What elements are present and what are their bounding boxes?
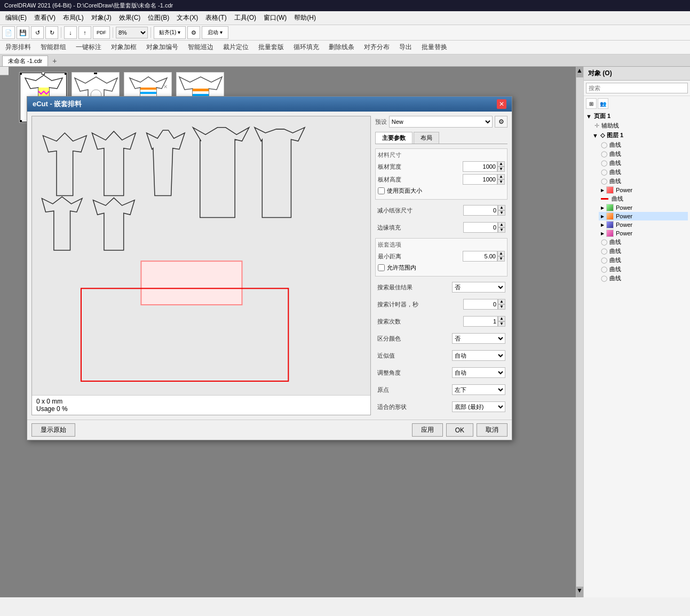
panel-icon-1[interactable]: ⊞ xyxy=(586,98,597,109)
menu-object[interactable]: 对象(J) xyxy=(88,12,115,23)
redo-btn[interactable]: ↻ xyxy=(45,26,58,39)
power-item-2[interactable]: ▶ Power xyxy=(599,203,688,212)
tab-layout[interactable]: 布局 xyxy=(414,132,439,144)
apply-btn[interactable]: 应用 xyxy=(412,423,443,437)
startup-btn[interactable]: 启动 ▾ xyxy=(202,26,228,39)
allow-inside-label[interactable]: 允许范围内 xyxy=(387,264,416,272)
margin-down[interactable]: ▼ xyxy=(498,227,505,233)
plugin-mark[interactable]: 一键标注 xyxy=(74,42,104,52)
curve-item-6[interactable]: ◯ 曲线 xyxy=(599,238,688,247)
min-dist-input[interactable] xyxy=(463,251,497,262)
ok-btn[interactable]: OK xyxy=(446,423,473,437)
board-height-up[interactable]: ▲ xyxy=(497,174,505,179)
curve-item-8[interactable]: ◯ 曲线 xyxy=(599,256,688,265)
ecut-dialog[interactable]: eCut - 嵌套排料 ✕ xyxy=(27,96,512,440)
plugin-irregular[interactable]: 异形排料 xyxy=(3,42,33,52)
plugin-smart-group[interactable]: 智能群组 xyxy=(38,42,68,52)
menu-table[interactable]: 表格(T) xyxy=(202,12,229,23)
curve-item-10[interactable]: ◯ 曲线 xyxy=(599,274,688,283)
search-timer-input[interactable] xyxy=(463,299,498,310)
approx-select[interactable]: 自动 xyxy=(452,350,505,361)
preset-gear-btn[interactable]: ⚙ xyxy=(495,116,507,128)
new-btn[interactable]: 📄 xyxy=(2,26,15,39)
menu-window[interactable]: 窗口(W) xyxy=(260,12,290,23)
dialog-close-btn[interactable]: ✕ xyxy=(497,99,506,109)
guide-item[interactable]: ✛ 辅助线 xyxy=(592,121,688,130)
save-btn[interactable]: 💾 xyxy=(17,26,29,39)
plugin-replace[interactable]: 批量替换 xyxy=(419,42,449,52)
menu-text[interactable]: 文本(X) xyxy=(173,12,201,23)
board-height-input[interactable] xyxy=(463,174,497,185)
plugin-frame[interactable]: 对象加框 xyxy=(109,42,139,52)
search-best-select[interactable]: 否 是 xyxy=(452,282,505,293)
search-count-down[interactable]: ▼ xyxy=(498,321,505,327)
pdf-btn[interactable]: PDF xyxy=(93,26,110,39)
zoom-select[interactable]: 8% xyxy=(116,27,148,38)
curve-item-5[interactable]: ◯ 曲线 xyxy=(599,177,688,186)
plugin-delete-lines[interactable]: 删除线条 xyxy=(327,42,356,52)
plugin-fill[interactable]: 循环填充 xyxy=(291,42,321,52)
settings-btn[interactable]: ⚙ xyxy=(187,26,200,39)
board-width-input[interactable] xyxy=(463,161,497,172)
menu-view[interactable]: 查看(V) xyxy=(31,12,59,23)
export-btn[interactable]: ↑ xyxy=(78,26,91,39)
plugin-numbering[interactable]: 对象加编号 xyxy=(144,42,180,52)
board-width-down[interactable]: ▼ xyxy=(497,167,505,172)
dialog-title-bar[interactable]: eCut - 嵌套排料 ✕ xyxy=(27,97,512,112)
vertical-scrollbar[interactable]: ▲ ▼ xyxy=(576,67,583,597)
menu-effects[interactable]: 效果(C) xyxy=(116,12,144,23)
power-item-1[interactable]: ▶ Power xyxy=(599,186,688,194)
fit-shape-select[interactable]: 底部 (最好) xyxy=(452,401,505,412)
layer1-title[interactable]: ▼ ◇ 图层 1 xyxy=(592,130,688,140)
menu-layout[interactable]: 布局(L) xyxy=(60,12,87,23)
tab-main-params[interactable]: 主要参数 xyxy=(375,132,413,144)
min-dist-down[interactable]: ▼ xyxy=(497,256,505,262)
scroll-up[interactable]: ▲ xyxy=(576,67,583,77)
document-tab[interactable]: 未命名 -1.cdr xyxy=(2,56,48,66)
cancel-btn[interactable]: 取消 xyxy=(477,423,507,437)
board-width-up[interactable]: ▲ xyxy=(497,161,505,167)
margin-input[interactable] xyxy=(463,222,498,233)
curve-item-4[interactable]: ◯ 曲线 xyxy=(599,168,688,177)
search-count-up[interactable]: ▲ xyxy=(498,316,505,321)
board-height-down[interactable]: ▼ xyxy=(497,179,505,185)
margin-up[interactable]: ▲ xyxy=(498,222,505,227)
menu-edit[interactable]: 编辑(E) xyxy=(2,12,30,23)
reduce-size-down[interactable]: ▼ xyxy=(498,210,505,216)
import-btn[interactable]: ↓ xyxy=(64,26,77,39)
curve-red[interactable]: 曲线 xyxy=(599,194,688,203)
plugin-position[interactable]: 裁片定位 xyxy=(221,42,251,52)
menu-bitmap[interactable]: 位图(B) xyxy=(145,12,172,23)
page1-title[interactable]: ▼ 页面 1 xyxy=(586,111,688,121)
scroll-down[interactable]: ▼ xyxy=(576,587,583,597)
plugin-align[interactable]: 对齐分布 xyxy=(362,42,392,52)
menu-help[interactable]: 帮助(H) xyxy=(291,12,319,23)
plugin-export[interactable]: 导出 xyxy=(397,42,414,52)
menu-tools[interactable]: 工具(O) xyxy=(231,12,259,23)
align-btn[interactable]: 贴齐(1) ▾ xyxy=(154,26,186,39)
new-tab-btn[interactable]: + xyxy=(49,56,60,66)
curve-item-9[interactable]: ◯ 曲线 xyxy=(599,265,688,274)
search-count-input[interactable] xyxy=(463,316,498,327)
curve-item-7[interactable]: ◯ 曲线 xyxy=(599,247,688,256)
plugin-edge[interactable]: 智能巡边 xyxy=(186,42,216,52)
allow-inside-checkbox[interactable] xyxy=(378,264,385,271)
curve-item-2[interactable]: ◯ 曲线 xyxy=(599,149,688,159)
power-item-3[interactable]: ▶ Power xyxy=(599,212,688,220)
color-dist-select[interactable]: 否 是 xyxy=(452,333,505,344)
search-timer-down[interactable]: ▼ xyxy=(498,304,505,310)
preset-select[interactable]: New xyxy=(389,116,493,128)
panel-search-input[interactable] xyxy=(586,83,688,93)
reduce-size-up[interactable]: ▲ xyxy=(498,205,505,210)
min-dist-up[interactable]: ▲ xyxy=(497,251,505,256)
show-original-btn[interactable]: 显示原始 xyxy=(31,423,75,437)
curve-item-1[interactable]: ◯ 曲线 xyxy=(599,140,688,149)
undo-btn[interactable]: ↺ xyxy=(31,26,44,39)
adjust-angle-select[interactable]: 自动 xyxy=(452,367,505,378)
origin-select[interactable]: 左下 xyxy=(452,384,505,395)
power-item-4[interactable]: ▶ Power xyxy=(599,220,688,229)
plugin-batch[interactable]: 批量套版 xyxy=(256,42,286,52)
search-timer-up[interactable]: ▲ xyxy=(498,299,505,304)
power-item-5[interactable]: ▶ Power xyxy=(599,229,688,238)
use-page-size-label[interactable]: 使用页面大小 xyxy=(387,187,422,195)
